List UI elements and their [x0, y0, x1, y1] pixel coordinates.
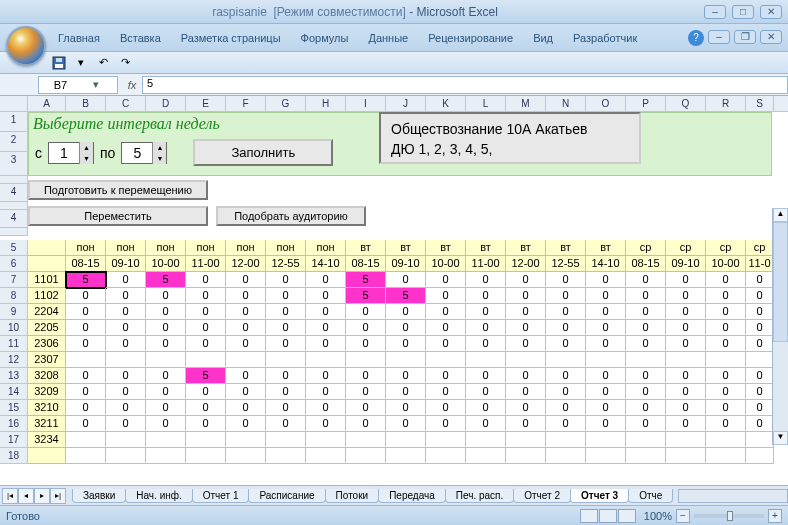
pick-room-button[interactable]: Подобрать аудиторию	[216, 206, 366, 226]
data-cell[interactable]: 0	[506, 288, 546, 304]
data-cell[interactable]: 0	[466, 416, 506, 432]
data-cell[interactable]	[586, 432, 626, 448]
first-sheet-button[interactable]: |◂	[2, 488, 18, 504]
data-cell[interactable]: 0	[386, 272, 426, 288]
data-cell[interactable]: 0	[66, 320, 106, 336]
data-cell[interactable]: 0	[186, 416, 226, 432]
data-cell[interactable]	[266, 448, 306, 464]
data-cell[interactable]: 0	[266, 272, 306, 288]
column-header[interactable]: O	[586, 96, 626, 111]
data-cell[interactable]	[706, 432, 746, 448]
column-header[interactable]: P	[626, 96, 666, 111]
data-cell[interactable]	[586, 352, 626, 368]
data-cell[interactable]	[106, 448, 146, 464]
sheet-tab[interactable]: Нач. инф.	[125, 489, 192, 503]
row-header[interactable]: 18	[0, 448, 28, 464]
data-cell[interactable]	[386, 432, 426, 448]
data-cell[interactable]: 0	[186, 288, 226, 304]
row-header[interactable]: 8	[0, 288, 28, 304]
data-cell[interactable]: 0	[226, 384, 266, 400]
data-cell[interactable]: 0	[546, 336, 586, 352]
data-cell[interactable]: 0	[386, 336, 426, 352]
data-cell[interactable]: 0	[546, 400, 586, 416]
column-header[interactable]: N	[546, 96, 586, 111]
data-cell[interactable]	[186, 448, 226, 464]
data-cell[interactable]: 0	[506, 272, 546, 288]
zoom-slider[interactable]	[694, 514, 764, 518]
row-header[interactable]: 16	[0, 416, 28, 432]
room-label[interactable]: 1101	[28, 272, 66, 288]
data-cell[interactable]: 0	[386, 320, 426, 336]
column-header[interactable]: D	[146, 96, 186, 111]
column-header[interactable]: G	[266, 96, 306, 111]
ribbon-tab-Вид[interactable]: Вид	[523, 28, 563, 48]
data-cell[interactable]	[306, 448, 346, 464]
data-cell[interactable]: 0	[306, 288, 346, 304]
row-header[interactable]: 5	[0, 240, 28, 256]
data-cell[interactable]: 0	[226, 272, 266, 288]
data-cell[interactable]: 0	[106, 368, 146, 384]
data-cell[interactable]	[346, 432, 386, 448]
data-cell[interactable]: 0	[706, 368, 746, 384]
room-label[interactable]: 2307	[28, 352, 66, 368]
data-cell[interactable]: 0	[186, 320, 226, 336]
data-cell[interactable]: 0	[746, 320, 774, 336]
data-cell[interactable]	[746, 352, 774, 368]
data-cell[interactable]: 0	[666, 400, 706, 416]
data-cell[interactable]: 0	[466, 368, 506, 384]
data-cell[interactable]: 0	[706, 400, 746, 416]
row-header[interactable]: 10	[0, 320, 28, 336]
sheet-tab[interactable]: Отче	[628, 489, 673, 503]
data-cell[interactable]: 0	[466, 288, 506, 304]
data-cell[interactable]: 0	[426, 320, 466, 336]
data-cell[interactable]: 0	[586, 368, 626, 384]
room-label[interactable]: 3234	[28, 432, 66, 448]
data-cell[interactable]	[266, 352, 306, 368]
data-cell[interactable]: 0	[586, 336, 626, 352]
ribbon-tab-Разметка страницы[interactable]: Разметка страницы	[171, 28, 291, 48]
data-cell[interactable]	[506, 448, 546, 464]
sheet-tab[interactable]: Передача	[378, 489, 446, 503]
row-header[interactable]	[0, 228, 28, 236]
data-cell[interactable]: 0	[466, 272, 506, 288]
data-cell[interactable]	[666, 432, 706, 448]
data-cell[interactable]	[746, 432, 774, 448]
data-cell[interactable]: 0	[306, 416, 346, 432]
data-cell[interactable]: 5	[186, 368, 226, 384]
data-cell[interactable]	[706, 448, 746, 464]
room-label[interactable]: 3211	[28, 416, 66, 432]
data-cell[interactable]: 0	[626, 400, 666, 416]
data-cell[interactable]	[466, 448, 506, 464]
doc-minimize-button[interactable]: –	[708, 30, 730, 44]
maximize-button[interactable]: □	[732, 5, 754, 19]
data-cell[interactable]: 0	[146, 336, 186, 352]
data-cell[interactable]: 0	[346, 336, 386, 352]
data-cell[interactable]	[746, 448, 774, 464]
data-cell[interactable]: 0	[386, 368, 426, 384]
data-cell[interactable]: 0	[186, 304, 226, 320]
last-sheet-button[interactable]: ▸|	[50, 488, 66, 504]
data-cell[interactable]: 0	[426, 416, 466, 432]
data-cell[interactable]: 0	[146, 416, 186, 432]
data-cell[interactable]: 0	[66, 400, 106, 416]
data-cell[interactable]: 0	[226, 336, 266, 352]
data-cell[interactable]: 0	[426, 336, 466, 352]
sheet-tab[interactable]: Печ. расп.	[445, 489, 515, 503]
data-cell[interactable]: 0	[226, 304, 266, 320]
zoom-thumb[interactable]	[727, 511, 733, 521]
data-cell[interactable]	[306, 432, 346, 448]
data-cell[interactable]	[186, 432, 226, 448]
data-cell[interactable]: 0	[466, 320, 506, 336]
minimize-button[interactable]: –	[704, 5, 726, 19]
data-cell[interactable]: 0	[746, 272, 774, 288]
row-header[interactable]: 1	[0, 112, 28, 132]
data-cell[interactable]: 0	[466, 304, 506, 320]
data-cell[interactable]: 0	[466, 400, 506, 416]
data-cell[interactable]: 0	[146, 400, 186, 416]
data-cell[interactable]: 0	[146, 288, 186, 304]
data-cell[interactable]: 0	[626, 384, 666, 400]
qat-dropdown-icon[interactable]: ▾	[72, 54, 90, 72]
data-cell[interactable]: 0	[506, 384, 546, 400]
data-cell[interactable]	[466, 352, 506, 368]
data-cell[interactable]: 0	[386, 400, 426, 416]
